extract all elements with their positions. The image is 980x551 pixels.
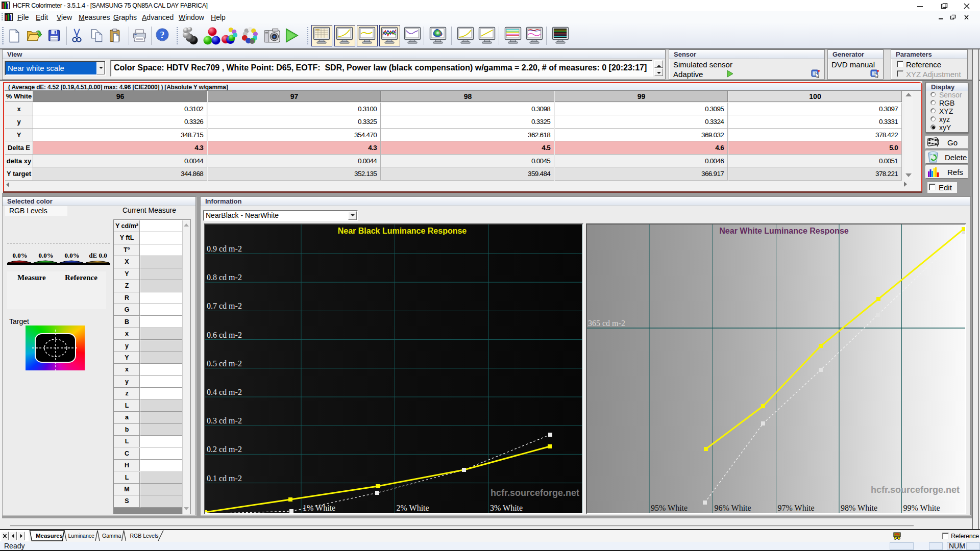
- svg-text:0.9 cd m-2: 0.9 cd m-2: [207, 244, 242, 253]
- svg-text:99% White: 99% White: [903, 504, 940, 512]
- svg-text:96% White: 96% White: [715, 504, 751, 512]
- svg-text:0.2 cd m-2: 0.2 cd m-2: [207, 445, 242, 454]
- svg-text:RGB Levels: RGB Levels: [130, 533, 159, 539]
- svg-text:Luminance: Luminance: [68, 533, 95, 539]
- svg-text:365 cd m-2: 365 cd m-2: [588, 319, 625, 328]
- svg-text:95% White: 95% White: [651, 504, 688, 512]
- svg-text:0.3 cd m-2: 0.3 cd m-2: [207, 416, 242, 425]
- svg-text:Gamma: Gamma: [102, 533, 121, 539]
- svg-text:0.1 cd m-2: 0.1 cd m-2: [207, 474, 242, 483]
- svg-text:hcfr.sourceforge.net: hcfr.sourceforge.net: [871, 485, 960, 495]
- svg-text:2% White: 2% White: [397, 504, 429, 512]
- svg-text:98% White: 98% White: [841, 504, 877, 512]
- svg-text:hcfr.sourceforge.net: hcfr.sourceforge.net: [491, 488, 579, 498]
- svg-text:Near Black Luminance Response: Near Black Luminance Response: [338, 227, 467, 235]
- svg-text:0.4 cd m-2: 0.4 cd m-2: [207, 388, 242, 396]
- svg-text:0.5 cd m-2: 0.5 cd m-2: [207, 359, 242, 368]
- svg-text:Measures: Measures: [36, 533, 63, 539]
- svg-text:0.7 cd m-2: 0.7 cd m-2: [207, 302, 242, 310]
- svg-text:3% White: 3% White: [490, 504, 523, 512]
- svg-text:0.8 cd m-2: 0.8 cd m-2: [207, 273, 242, 282]
- svg-text:Near White Luminance Response: Near White Luminance Response: [719, 227, 848, 235]
- svg-text:0.6 cd m-2: 0.6 cd m-2: [207, 331, 242, 339]
- svg-text:97% White: 97% White: [778, 504, 815, 512]
- svg-text:?: ?: [160, 30, 165, 40]
